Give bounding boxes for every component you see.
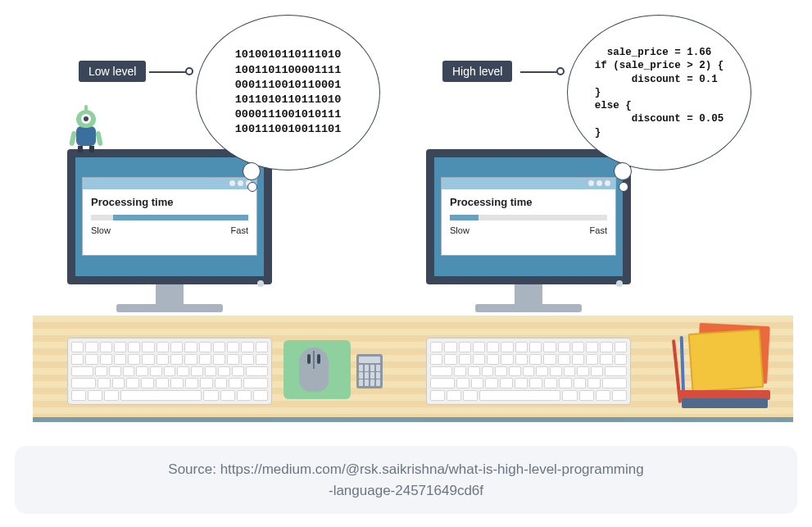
speed-label-slow: Slow	[91, 225, 111, 235]
power-led	[616, 280, 623, 287]
screen: Processing time Slow Fast	[434, 157, 623, 276]
monitor-stand-neck	[515, 284, 542, 304]
keyboard-icon	[67, 338, 272, 405]
power-led	[257, 280, 264, 287]
high-level-code: sale_price = 1.66 if (sale_price > 2) { …	[595, 46, 724, 139]
source-line2: -language-24571649cd6f	[329, 483, 483, 498]
monitor-high-level: Processing time Slow Fast	[426, 149, 631, 312]
monitor-stand-base	[475, 304, 582, 312]
window-title: Processing time	[91, 196, 248, 208]
connector-dot	[556, 67, 565, 75]
window-titlebar	[442, 178, 615, 189]
speed-labels: Slow Fast	[91, 225, 248, 235]
window-controls	[588, 180, 610, 186]
speed-label-fast: Fast	[590, 225, 607, 235]
source-line1: Source: https://medium.com/@rsk.saikrish…	[168, 461, 643, 477]
calculator-icon	[356, 354, 383, 388]
label-high-level: High level	[442, 61, 512, 82]
connector-dot	[185, 67, 193, 75]
speed-bar-fill	[450, 215, 479, 220]
binary-code: 1010010110111010 1001101100001111 000111…	[235, 48, 342, 137]
connector-line	[149, 71, 187, 73]
book-blue-icon	[682, 398, 768, 408]
thought-bubble-binary: 1010010110111010 1001101100001111 000111…	[196, 15, 380, 170]
robot-mascot-icon	[70, 110, 102, 149]
speed-bar-fill	[113, 215, 248, 220]
processing-window: Processing time Slow Fast	[82, 177, 257, 256]
monitor-stand-base	[116, 304, 223, 312]
speed-bar	[91, 215, 248, 220]
speed-labels: Slow Fast	[450, 225, 607, 235]
keyboard-icon	[426, 338, 631, 405]
screen: Processing time Slow Fast	[75, 157, 264, 276]
bubble-tail-small	[247, 182, 257, 192]
connector-line	[520, 71, 558, 73]
notebook-front-icon	[688, 329, 764, 393]
mouse-icon	[299, 348, 329, 392]
speed-label-slow: Slow	[450, 225, 470, 235]
monitor-stand-neck	[156, 284, 184, 304]
speed-label-fast: Fast	[231, 225, 248, 235]
thought-bubble-code: sale_price = 1.66 if (sale_price > 2) { …	[567, 15, 751, 170]
window-titlebar	[83, 178, 256, 189]
screen-frame: Processing time Slow Fast	[67, 149, 272, 284]
diagram-scene: Processing time Slow Fast	[0, 0, 812, 443]
speed-bar	[450, 215, 607, 220]
label-low-level: Low level	[79, 61, 146, 82]
screen-frame: Processing time Slow Fast	[426, 149, 631, 284]
bubble-tail	[243, 162, 261, 180]
bubble-tail	[614, 162, 632, 180]
window-title: Processing time	[450, 196, 607, 208]
monitor-low-level: Processing time Slow Fast	[67, 149, 272, 312]
processing-window: Processing time Slow Fast	[441, 177, 616, 256]
bubble-tail-small	[619, 182, 628, 192]
source-caption: Source: https://medium.com/@rsk.saikrish…	[15, 446, 797, 514]
